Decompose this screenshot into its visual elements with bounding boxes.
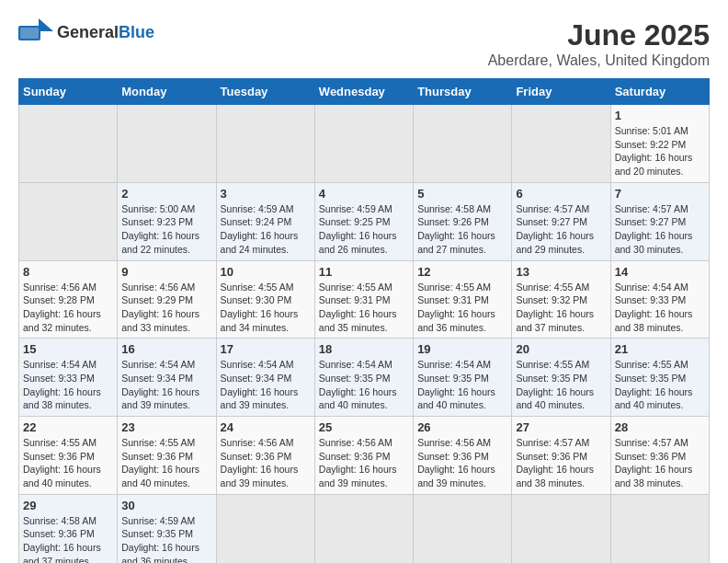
day-detail: Sunrise: 4:56 AMSunset: 9:29 PMDaylight:… (121, 281, 211, 335)
sunset-text: Sunset: 9:36 PM (221, 451, 292, 462)
sunrise-text: Sunrise: 4:59 AM (319, 203, 392, 214)
daylight-text: Daylight: 16 hours and 38 minutes. (615, 464, 693, 488)
daylight-text: Daylight: 16 hours and 35 minutes. (319, 308, 397, 333)
daylight-text: Daylight: 16 hours and 29 minutes. (516, 230, 594, 255)
column-header-thursday: Thursday (414, 79, 512, 105)
calendar-week-6: 29Sunrise: 4:58 AMSunset: 9:36 PMDayligh… (19, 494, 710, 563)
sunset-text: Sunset: 9:29 PM (121, 294, 193, 305)
calendar-cell: 23Sunrise: 4:55 AMSunset: 9:36 PMDayligh… (118, 417, 216, 495)
daylight-text: Daylight: 16 hours and 37 minutes. (23, 542, 101, 563)
day-number: 1 (615, 109, 705, 122)
calendar-cell (314, 494, 413, 563)
day-detail: Sunrise: 4:57 AMSunset: 9:36 PMDaylight:… (516, 436, 606, 490)
day-detail: Sunrise: 4:55 AMSunset: 9:32 PMDaylight:… (516, 281, 606, 335)
sunset-text: Sunset: 9:24 PM (221, 216, 292, 227)
calendar-cell (314, 105, 413, 183)
sunrise-text: Sunrise: 4:57 AM (615, 437, 688, 448)
day-detail: Sunrise: 5:01 AMSunset: 9:22 PMDaylight:… (615, 124, 705, 178)
day-number: 29 (23, 499, 113, 512)
sunrise-text: Sunrise: 4:54 AM (23, 359, 97, 370)
calendar-cell (216, 105, 314, 183)
day-detail: Sunrise: 4:57 AMSunset: 9:27 PMDaylight:… (516, 202, 606, 257)
day-number: 22 (23, 420, 113, 434)
daylight-text: Daylight: 16 hours and 39 minutes. (221, 464, 299, 488)
sunset-text: Sunset: 9:25 PM (319, 216, 391, 227)
calendar-cell (512, 105, 610, 183)
calendar-week-5: 22Sunrise: 4:55 AMSunset: 9:36 PMDayligh… (19, 417, 710, 495)
sunset-text: Sunset: 9:28 PM (23, 294, 95, 305)
sunset-text: Sunset: 9:36 PM (319, 451, 391, 462)
sunrise-text: Sunrise: 4:54 AM (221, 359, 294, 370)
calendar-cell: 11Sunrise: 4:55 AMSunset: 9:31 PMDayligh… (314, 260, 413, 339)
day-detail: Sunrise: 4:56 AMSunset: 9:36 PMDaylight:… (417, 436, 507, 490)
sunset-text: Sunset: 9:22 PM (615, 139, 687, 150)
sunset-text: Sunset: 9:34 PM (121, 373, 193, 384)
daylight-text: Daylight: 16 hours and 24 minutes. (221, 230, 299, 255)
calendar-cell: 16Sunrise: 4:54 AMSunset: 9:34 PMDayligh… (118, 339, 216, 417)
calendar-week-4: 15Sunrise: 4:54 AMSunset: 9:33 PMDayligh… (19, 339, 710, 417)
sunset-text: Sunset: 9:32 PM (516, 294, 587, 305)
calendar-cell (216, 494, 314, 563)
day-number: 15 (23, 342, 113, 356)
daylight-text: Daylight: 16 hours and 22 minutes. (121, 230, 199, 255)
daylight-text: Daylight: 16 hours and 40 minutes. (121, 464, 199, 488)
calendar-cell: 4Sunrise: 4:59 AMSunset: 9:25 PMDaylight… (314, 182, 413, 260)
daylight-text: Daylight: 16 hours and 38 minutes. (516, 464, 594, 488)
day-detail: Sunrise: 4:54 AMSunset: 9:33 PMDaylight:… (23, 358, 113, 412)
day-detail: Sunrise: 4:55 AMSunset: 9:36 PMDaylight:… (23, 436, 113, 490)
daylight-text: Daylight: 16 hours and 27 minutes. (417, 230, 495, 255)
day-detail: Sunrise: 4:58 AMSunset: 9:36 PMDaylight:… (23, 514, 113, 563)
sunset-text: Sunset: 9:34 PM (221, 373, 292, 384)
sunrise-text: Sunrise: 4:57 AM (516, 437, 589, 448)
sunset-text: Sunset: 9:36 PM (516, 451, 587, 462)
title-area: June 2025 Aberdare, Wales, United Kingdo… (488, 18, 710, 69)
day-detail: Sunrise: 4:56 AMSunset: 9:36 PMDaylight:… (319, 436, 409, 490)
day-detail: Sunrise: 4:58 AMSunset: 9:26 PMDaylight:… (417, 202, 507, 257)
day-number: 20 (516, 342, 606, 356)
column-header-monday: Monday (118, 79, 216, 105)
sunrise-text: Sunrise: 4:55 AM (516, 359, 589, 370)
daylight-text: Daylight: 16 hours and 30 minutes. (615, 230, 693, 255)
sunset-text: Sunset: 9:36 PM (121, 451, 193, 462)
sunrise-text: Sunrise: 4:54 AM (417, 359, 491, 370)
day-number: 30 (121, 499, 211, 512)
day-detail: Sunrise: 4:55 AMSunset: 9:30 PMDaylight:… (221, 281, 311, 335)
calendar-cell: 21Sunrise: 4:55 AMSunset: 9:35 PMDayligh… (610, 339, 709, 417)
day-number: 7 (615, 187, 705, 201)
logo-icon (18, 18, 53, 46)
calendar-cell: 9Sunrise: 4:56 AMSunset: 9:29 PMDaylight… (118, 260, 216, 339)
svg-marker-1 (39, 18, 53, 31)
day-number: 4 (319, 187, 409, 201)
sunrise-text: Sunrise: 4:58 AM (23, 515, 97, 526)
calendar-cell: 5Sunrise: 4:58 AMSunset: 9:26 PMDaylight… (414, 182, 512, 260)
day-number: 9 (121, 265, 211, 279)
sunset-text: Sunset: 9:23 PM (121, 216, 193, 227)
day-detail: Sunrise: 4:55 AMSunset: 9:36 PMDaylight:… (121, 436, 211, 490)
logo-blue-text: Blue (119, 23, 154, 41)
daylight-text: Daylight: 16 hours and 40 minutes. (319, 386, 397, 411)
day-detail: Sunrise: 4:56 AMSunset: 9:36 PMDaylight:… (221, 436, 311, 490)
sunset-text: Sunset: 9:26 PM (417, 216, 489, 227)
day-number: 28 (615, 420, 705, 434)
day-number: 3 (221, 187, 311, 201)
calendar-header-row: SundayMondayTuesdayWednesdayThursdayFrid… (19, 79, 710, 105)
calendar-cell: 2Sunrise: 5:00 AMSunset: 9:23 PMDaylight… (118, 182, 216, 260)
sunset-text: Sunset: 9:35 PM (615, 373, 687, 384)
column-header-saturday: Saturday (610, 79, 709, 105)
day-number: 16 (121, 342, 211, 356)
calendar-cell: 19Sunrise: 4:54 AMSunset: 9:35 PMDayligh… (414, 339, 512, 417)
day-detail: Sunrise: 4:55 AMSunset: 9:31 PMDaylight:… (319, 281, 409, 335)
calendar-cell: 30Sunrise: 4:59 AMSunset: 9:35 PMDayligh… (118, 494, 216, 563)
daylight-text: Daylight: 16 hours and 32 minutes. (23, 308, 101, 333)
sunrise-text: Sunrise: 4:56 AM (121, 282, 195, 293)
day-number: 13 (516, 265, 606, 279)
day-number: 12 (417, 265, 507, 279)
calendar-cell: 13Sunrise: 4:55 AMSunset: 9:32 PMDayligh… (512, 260, 610, 339)
daylight-text: Daylight: 16 hours and 40 minutes. (417, 386, 495, 411)
day-detail: Sunrise: 4:57 AMSunset: 9:36 PMDaylight:… (615, 436, 705, 490)
daylight-text: Daylight: 16 hours and 39 minutes. (417, 464, 495, 488)
calendar-cell: 27Sunrise: 4:57 AMSunset: 9:36 PMDayligh… (512, 417, 610, 495)
day-detail: Sunrise: 4:59 AMSunset: 9:25 PMDaylight:… (319, 202, 409, 257)
calendar-cell (610, 494, 709, 563)
daylight-text: Daylight: 16 hours and 37 minutes. (516, 308, 594, 333)
